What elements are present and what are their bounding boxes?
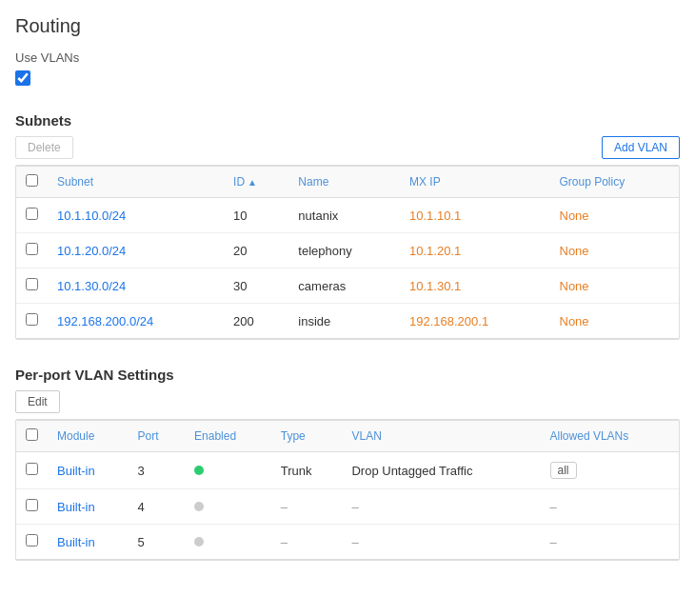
port-cell: 4 [129, 489, 185, 525]
per-port-col-module: Module [48, 421, 129, 452]
vlan-cell-wrap: – [342, 525, 540, 560]
enabled-dot-green [194, 466, 204, 475]
use-vlans-label: Use VLANs [15, 50, 680, 65]
table-row: Built-in 3 Trunk Drop Untagged Traffic a… [16, 452, 679, 489]
type-cell: – [281, 500, 288, 514]
subnet-link[interactable]: 10.1.30.0/24 [57, 279, 126, 293]
table-row: Built-in 4 – – – [16, 489, 679, 525]
row-checkbox-cell [16, 198, 48, 233]
subnets-toolbar: Delete Add VLAN [15, 136, 680, 159]
port-cell: 3 [129, 452, 185, 489]
group-policy-cell: None [550, 304, 680, 339]
vlan-cell: Drop Untagged Traffic [351, 464, 472, 478]
id-cell: 20 [224, 233, 288, 268]
module-link[interactable]: Built-in [57, 535, 95, 549]
subnet-row-checkbox[interactable] [26, 208, 38, 220]
vlan-cell-wrap: – [342, 489, 540, 525]
allowed-vlans-dash: – [550, 535, 557, 549]
subnet-cell: 192.168.200.0/24 [48, 304, 224, 339]
allowed-vlans-cell: all [541, 452, 679, 489]
per-port-select-all-header [16, 421, 48, 452]
name-cell: nutanix [288, 198, 400, 233]
per-port-table-container: Module Port Enabled Type VLAN Allowed VL… [15, 419, 680, 561]
mx-ip-cell: 192.168.200.1 [400, 304, 550, 339]
type-cell-wrap: Trunk [271, 452, 343, 489]
group-policy-cell: None [550, 268, 680, 304]
subnets-col-mx-ip: MX IP [400, 167, 550, 198]
mx-ip-cell: 10.1.10.1 [400, 198, 550, 233]
per-port-section-title: Per-port VLAN Settings [15, 367, 680, 383]
use-vlans-checkbox[interactable] [15, 70, 30, 86]
row-checkbox-cell [16, 525, 48, 560]
enabled-cell [185, 452, 271, 489]
name-cell: telephony [288, 233, 400, 268]
id-cell: 30 [224, 268, 288, 304]
subnets-col-id[interactable]: ID [224, 167, 288, 198]
subnets-col-subnet: Subnet [48, 167, 224, 198]
subnets-select-all-checkbox[interactable] [26, 174, 38, 187]
table-row: 10.1.20.0/24 20 telephony 10.1.20.1 None [16, 233, 679, 268]
per-port-row-checkbox[interactable] [26, 499, 38, 511]
vlan-cell-wrap: Drop Untagged Traffic [342, 452, 540, 489]
subnet-cell: 10.1.20.0/24 [48, 233, 224, 268]
per-port-toolbar: Edit [15, 390, 680, 413]
subnets-col-name: Name [288, 167, 400, 198]
type-cell: Trunk [281, 464, 312, 478]
id-cell: 10 [224, 198, 288, 233]
type-cell-wrap: – [271, 525, 343, 560]
port-cell: 5 [129, 525, 185, 560]
per-port-col-allowed-vlans: Allowed VLANs [541, 421, 679, 452]
module-link[interactable]: Built-in [57, 464, 95, 478]
per-port-col-type: Type [271, 421, 343, 452]
page-title: Routing [15, 15, 680, 37]
row-checkbox-cell [16, 233, 48, 268]
per-port-table: Module Port Enabled Type VLAN Allowed VL… [16, 420, 679, 560]
name-cell: inside [288, 304, 400, 339]
allowed-vlans-cell: – [541, 489, 679, 525]
subnet-link[interactable]: 192.168.200.0/24 [57, 314, 153, 328]
subnet-cell: 10.1.30.0/24 [48, 268, 224, 304]
subnets-table-container: Subnet ID Name MX IP Group Policy 10.1.1… [15, 165, 680, 340]
subnet-row-checkbox[interactable] [26, 278, 38, 290]
subnet-cell: 10.1.10.0/24 [48, 198, 224, 233]
row-checkbox-cell [16, 489, 48, 525]
allowed-vlans-badge: all [550, 462, 577, 479]
group-policy-cell: None [550, 198, 680, 233]
row-checkbox-cell [16, 304, 48, 339]
subnets-table: Subnet ID Name MX IP Group Policy 10.1.1… [16, 166, 679, 339]
per-port-col-port: Port [129, 421, 185, 452]
edit-button[interactable]: Edit [15, 390, 60, 413]
mx-ip-link[interactable]: 10.1.20.1 [409, 244, 461, 258]
type-cell: – [281, 535, 288, 549]
subnet-link[interactable]: 10.1.20.0/24 [57, 244, 126, 258]
subnet-row-checkbox[interactable] [26, 243, 38, 255]
module-cell: Built-in [48, 525, 129, 560]
mx-ip-link[interactable]: 10.1.10.1 [409, 209, 461, 223]
allowed-vlans-dash: – [550, 500, 557, 514]
enabled-dot-gray [194, 537, 204, 546]
name-cell: cameras [288, 268, 400, 304]
per-port-row-checkbox[interactable] [26, 534, 38, 546]
per-port-select-all-checkbox[interactable] [26, 428, 38, 441]
type-cell-wrap: – [271, 489, 343, 525]
delete-button[interactable]: Delete [15, 136, 73, 159]
row-checkbox-cell [16, 452, 48, 489]
subnet-link[interactable]: 10.1.10.0/24 [57, 209, 126, 223]
enabled-dot-gray [194, 502, 204, 511]
vlan-cell: – [351, 535, 358, 549]
mx-ip-cell: 10.1.30.1 [400, 268, 550, 304]
vlan-cell: – [351, 500, 358, 514]
subnet-row-checkbox[interactable] [26, 313, 38, 326]
table-row: Built-in 5 – – – [16, 525, 679, 560]
subnets-select-all-header [16, 167, 48, 198]
row-checkbox-cell [16, 268, 48, 304]
module-link[interactable]: Built-in [57, 500, 95, 514]
per-port-col-enabled: Enabled [185, 421, 271, 452]
add-vlan-button[interactable]: Add VLAN [602, 136, 680, 159]
allowed-vlans-cell: – [541, 525, 679, 560]
mx-ip-link[interactable]: 192.168.200.1 [409, 314, 488, 328]
subnets-col-group-policy: Group Policy [550, 167, 680, 198]
mx-ip-link[interactable]: 10.1.30.1 [409, 279, 461, 293]
group-policy-cell: None [550, 233, 680, 268]
per-port-row-checkbox[interactable] [26, 463, 38, 475]
